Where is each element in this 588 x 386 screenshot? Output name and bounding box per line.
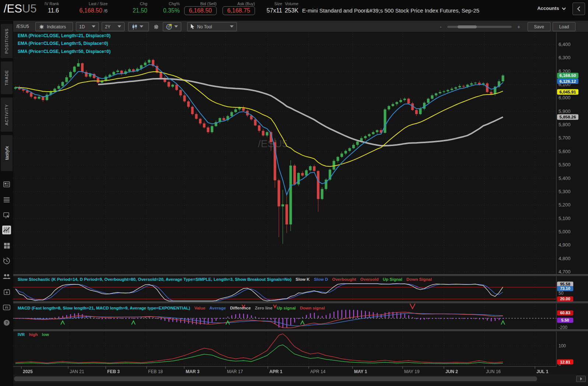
svg-text:73.10: 73.10 [560,286,570,291]
scroll-right-button[interactable] [576,376,586,382]
indicators-burst-icon [39,24,45,30]
collapse-panel-button[interactable] [573,3,585,15]
svg-text:2025: 2025 [23,369,33,374]
svg-text:4,800: 4,800 [559,256,571,261]
zoom-out-control[interactable]: - [440,24,442,30]
dashboard-grid-icon[interactable] [2,241,11,250]
stochastic-legend[interactable]: Slow Stochastic (K Period=14, D Period=9… [18,277,435,281]
journal-icon[interactable] [2,180,11,189]
study-label-sma50[interactable]: SMA (Price=CLOSE, Length=50, Displace=0) [18,49,111,54]
svg-text:APR 1: APR 1 [269,369,283,374]
chevron-down-icon [562,7,566,10]
study-title: Slow Stochastic (K Period=14, D Period=9… [18,277,291,281]
scrollbar-thumb[interactable] [14,376,537,381]
horizontal-scrollbar[interactable] [13,375,588,383]
ivr-legend[interactable]: IVR high low [18,332,52,337]
sidebar-tab-positions[interactable]: POSITIONS [1,24,13,58]
legend-item: Up signal [277,306,296,310]
sidebar-tab-activity[interactable]: ACTIVITY [1,98,13,132]
indicators-button[interactable]: Indicators [35,22,73,31]
panel-splitter[interactable] [13,274,588,276]
community-icon[interactable] [2,272,11,281]
svg-text:5.50: 5.50 [561,318,569,322]
svg-text:5,200: 5,200 [559,202,571,208]
help-icon[interactable]: ? [2,318,11,327]
chevron-down-icon [118,25,121,28]
history-icon[interactable] [2,256,11,265]
svg-text:5,700: 5,700 [559,135,571,141]
layout-dropdown[interactable] [163,22,181,31]
svg-text:MAY 19: MAY 19 [404,369,420,374]
chart-application: /ESU5 IV Rank 11.6 Last / Size 6,168.50 … [0,0,588,386]
svg-text:5,400: 5,400 [559,176,571,181]
chevron-down-icon [230,25,234,28]
drawing-tool-dropdown[interactable]: No Tool [187,22,237,31]
legend-item: Average [209,306,226,310]
chart-canvas[interactable]: /ESU54,7004,8004,9005,0005,1005,2005,300… [0,0,588,386]
zoom-slider[interactable] [447,26,512,28]
stat-chg: Chg 21.50 [122,1,147,14]
layout-grid-icon [166,24,172,30]
chevron-down-icon [140,25,143,28]
svg-text:5,100: 5,100 [559,216,571,221]
svg-text:6,300: 6,300 [559,55,571,60]
candles-layer [14,59,504,244]
candlestick-chart-icon [132,24,137,30]
bid-button[interactable]: Bid (Sell) 6,168.50 [181,1,217,15]
svg-text:MAR 3: MAR 3 [186,369,200,374]
svg-text:100: 100 [559,343,566,348]
toolbar-symbol: /ESU5 [16,24,29,29]
legend-item: low [42,332,49,337]
svg-text:JAN 21: JAN 21 [70,369,84,374]
legend-item: Down signal [300,306,325,310]
sidebar-tab-tastyfx[interactable]: tastyfx [1,135,13,171]
svg-text:FI: FI [5,306,8,309]
load-button[interactable]: Load [553,22,575,31]
study-label-ema5[interactable]: EMA (Price=CLOSE, Length=5, Displace=0) [18,41,108,46]
svg-text:95.58: 95.58 [560,282,570,286]
arrow-right-icon [580,377,582,380]
stochastic-panel: 95.5873.105020.00 [13,281,573,301]
save-button[interactable]: Save [528,22,550,31]
accounts-menu[interactable]: Accounts [537,6,566,11]
svg-text:20.00: 20.00 [560,297,570,301]
svg-text:6,100: 6,100 [559,82,571,87]
quote-header: /ESU5 IV Rank 11.6 Last / Size 6,168.50 … [0,0,588,20]
study-label-ema21[interactable]: EMA (Price=CLOSE, Length=21, Displace=0) [18,33,111,38]
svg-text:MAR 17: MAR 17 [227,369,243,374]
svg-text:60.83: 60.83 [560,311,570,315]
legend-item: Overbought [332,277,356,281]
watchlist-icon[interactable] [2,195,11,204]
ask-button[interactable]: Ask (Buy) 6,168.75 [220,1,255,15]
panel-splitter[interactable] [13,329,588,332]
symbol-title: /ESU5 [4,2,37,15]
stat-volume: Volume 253K [276,1,298,14]
charts-icon-active[interactable] [2,226,11,234]
zoom-slider-thumb[interactable] [458,25,477,28]
screener-icon[interactable] [2,211,11,220]
timeframe-dropdown[interactable]: 1D [76,22,99,31]
svg-text:?: ? [6,321,8,325]
fi-icon[interactable]: FI [2,303,11,312]
legend-item: Value [194,306,205,310]
sidebar-tab-trade[interactable]: TRADE [1,61,13,94]
svg-text:FEB 3: FEB 3 [107,369,120,374]
range-dropdown[interactable]: 2Y [102,22,125,31]
stat-last-size: Last / Size 6,168.50 /6 [63,1,108,14]
ivr-panel: 100012.81 [15,334,573,367]
stat-iv-rank: IV Rank 11.6 [33,1,59,14]
chevron-left-icon [577,6,581,11]
calendar-icon[interactable] [2,287,11,296]
chart-type-dropdown[interactable] [128,22,149,31]
zoom-in-control[interactable]: + [517,24,520,30]
panel-splitter[interactable] [13,301,588,304]
chart-settings-button[interactable] [151,22,161,31]
svg-text:5,858.26: 5,858.26 [560,115,576,119]
legend-item: Oversold [360,277,379,281]
watermark: /ESU5 [258,138,288,149]
chevron-down-icon [174,25,178,28]
study-title: MACD (Fast length=8, Slow length=21, MAC… [18,306,190,310]
svg-text:6,168.50: 6,168.50 [560,73,576,78]
macd-legend[interactable]: MACD (Fast length=8, Slow length=21, MAC… [18,306,328,310]
study-title: IVR [18,332,25,337]
